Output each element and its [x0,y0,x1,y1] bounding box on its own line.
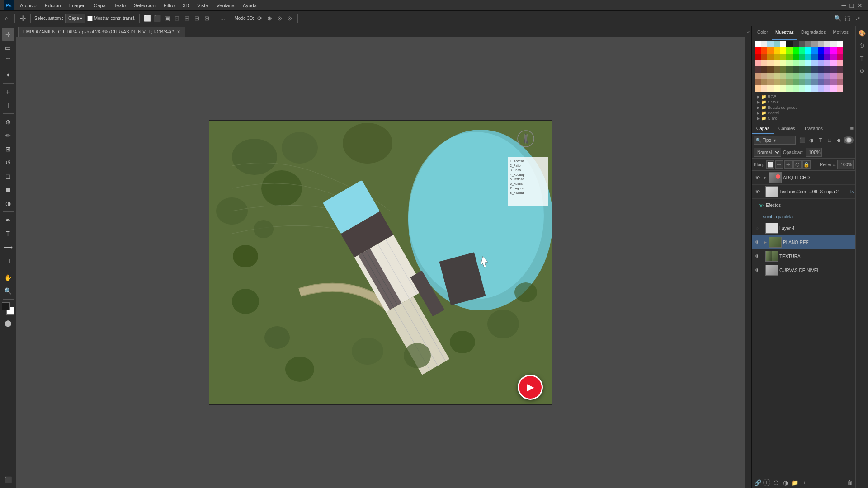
swatch-slate-blue[interactable] [818,73,824,79]
swatch-lime[interactable] [786,54,793,60]
maximize-button[interactable]: □ [850,2,854,9]
swatch-dark-cyan[interactable] [805,54,811,60]
canvas-tab-main[interactable]: EMPLAZAMIENTO ETAPA 7.psb al 28·3% (CURV… [18,27,185,37]
tab-motivos[interactable]: Motivos [830,28,852,40]
swatch-forest[interactable] [786,66,793,73]
swatch-gray2[interactable] [811,41,818,47]
group-arrow-1[interactable]: ▶ [762,175,768,180]
layer-sombra[interactable]: Sombra paralela [752,212,855,221]
pen-tool[interactable]: ✒ [2,214,14,226]
visibility-icon-3[interactable]: 👁 [757,202,764,209]
swatch-light-rose[interactable] [837,85,843,92]
tab-capas[interactable]: Capas [752,124,774,134]
new-folder-icon[interactable]: 📁 [791,479,799,487]
ps-badge[interactable]: ▶ [518,375,543,400]
layer-efectos[interactable]: 👁 Efectos [752,199,855,212]
swatch-orchid[interactable] [830,79,837,85]
swatch-green-yellow[interactable] [786,47,793,54]
swatch-dark-gold[interactable] [780,79,786,85]
swatch-blue[interactable] [818,47,824,54]
swatch-dark-yellow[interactable] [774,54,780,60]
swatch-tan[interactable] [774,66,780,73]
eyedropper-tool[interactable]: ⌶ [2,99,14,112]
swatch-caramel[interactable] [761,79,767,85]
layers-panel-menu-icon[interactable]: ≡ [850,125,854,132]
tab-canales[interactable]: Canales [774,124,800,134]
swatch-light-lime[interactable] [780,60,786,66]
swatch-dusty-rose[interactable] [837,73,843,79]
swatch-teal-light[interactable] [774,41,780,47]
swatch-magenta[interactable] [830,47,837,54]
swatch-yellow[interactable] [774,47,780,54]
group-escala-grises[interactable]: ▶ 📁 Escala de grises [755,105,852,110]
swatch-light-mint[interactable] [799,60,805,66]
swatch-gray1[interactable] [805,41,811,47]
swatch-dark-red[interactable] [755,54,761,60]
swatch-navy[interactable] [818,66,824,73]
swatch-red-orange[interactable] [761,47,767,54]
lock-all-icon[interactable]: 🔒 [802,160,811,169]
3d-extra-icon[interactable]: ⊘ [286,14,294,23]
layer-curvas[interactable]: 👁 CURVAS DE NIVEL [752,263,855,277]
swatch-purple[interactable] [824,47,830,54]
search-icon[interactable]: 🔍 [834,14,842,23]
visibility-icon-5[interactable]: 👁 [754,239,761,246]
swatch-sand[interactable] [755,73,761,79]
brush-tool[interactable]: ✏ [2,129,14,142]
swatch-pale-teal[interactable] [805,73,811,79]
filter-toggle-icon[interactable] [844,136,854,144]
mini-color-icon[interactable]: 🎨 [857,28,867,38]
swatch-hunter[interactable] [805,66,811,73]
swatch-plum[interactable] [830,66,837,73]
swatch-dark-forest[interactable] [793,66,799,73]
swatch-light-orange[interactable] [761,60,767,66]
swatch-peach2[interactable] [755,85,761,92]
close-button[interactable]: ✕ [857,2,863,9]
swatch-peach[interactable] [767,60,774,66]
swatch-light-orchid[interactable] [830,85,837,92]
swatch-wheat[interactable] [767,79,774,85]
swatch-white2[interactable] [780,41,786,47]
align-right-icon[interactable]: ▣ [163,14,171,23]
swatch-yellow2[interactable] [780,47,786,54]
filter-type-icon[interactable]: T [816,136,825,144]
visibility-icon-2[interactable]: 👁 [754,188,761,195]
swatch-cream[interactable] [767,85,774,92]
swatch-navy-teal[interactable] [811,66,818,73]
swatch-dark-blue[interactable] [811,54,818,60]
menu-edicion[interactable]: Edición [41,2,65,9]
swatch-light-cyan[interactable] [805,60,811,66]
swatch-light-green2[interactable] [786,85,793,92]
screen-mode-tool[interactable]: ⬛ [2,474,14,486]
layer-4[interactable]: ○ Layer 4 [752,221,855,235]
swatch-medium-purple2[interactable] [818,79,824,85]
magic-wand-tool[interactable]: ✦ [2,69,14,81]
more-options-icon[interactable]: ... [219,14,227,23]
swatch-dark-teal[interactable] [799,54,805,60]
shape-tool[interactable]: □ [2,254,14,267]
fill-input[interactable] [837,160,854,169]
menu-imagen[interactable]: Imagen [66,2,90,9]
color-selector[interactable] [2,302,14,315]
visibility-icon-1[interactable]: 👁 [754,174,761,181]
swatch-medium-teal[interactable] [799,79,805,85]
swatch-sky-blue[interactable] [811,60,818,66]
canvas-wrapper[interactable]: 1_Acceso 2_Patio 3_Casa 4_Rooftop 5_Terr… [16,37,745,488]
history-brush-tool[interactable]: ↺ [2,156,14,169]
swatch-light-sage[interactable] [793,73,799,79]
swatch-medium-blue[interactable] [811,79,818,85]
swatch-pale-green[interactable] [793,85,799,92]
path-select-tool[interactable]: ⟶ [2,241,14,253]
tab-degradados[interactable]: Degradados [797,28,829,40]
menu-capa[interactable]: Capa [90,2,109,9]
swatch-medium-purple[interactable] [824,73,830,79]
swatch-dark-magenta[interactable] [830,54,837,60]
tab-trazados[interactable]: Trazados [800,124,827,134]
crop-tool[interactable]: ⌗ [2,85,14,98]
swatch-light-green[interactable] [786,60,793,66]
swatch-dark-brown[interactable] [761,66,767,73]
new-layer-icon[interactable]: + [800,479,808,487]
swatch-light-khaki[interactable] [774,73,780,79]
filter-shape-icon[interactable]: □ [826,136,834,144]
swatch-violet[interactable] [824,79,830,85]
